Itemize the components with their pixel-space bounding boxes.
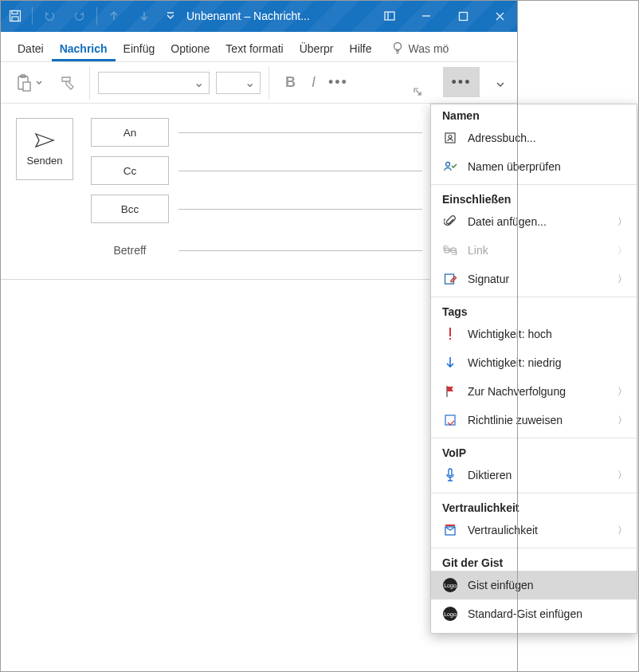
menu-importance-high[interactable]: Wichtigkeit: hoch [431, 320, 637, 348]
microphone-icon [442, 468, 458, 482]
ribbon-overflow-button[interactable]: ••• [443, 67, 480, 97]
dialog-launcher-icon[interactable] [413, 85, 422, 100]
svg-rect-15 [449, 328, 451, 336]
menu-label: Adressbuch... [468, 132, 536, 144]
paperclip-icon [442, 214, 458, 229]
svg-rect-4 [459, 12, 467, 20]
menu-label: Vertraulichkeit [468, 524, 538, 536]
bold-button[interactable]: B [277, 74, 304, 91]
chevron-right-icon: 〉 [617, 414, 627, 427]
cc-button[interactable]: Cc [91, 156, 169, 185]
subject-label: Betreff [91, 244, 169, 257]
check-names-icon [442, 160, 458, 173]
menu-label: Link [468, 244, 488, 257]
menu-signature[interactable]: Signatur 〉 [431, 265, 637, 293]
cc-field[interactable] [178, 171, 422, 171]
chevron-right-icon: 〉 [617, 524, 627, 537]
sensitivity-icon [442, 524, 458, 536]
addressbook-icon [442, 132, 458, 144]
chevron-right-icon: 〉 [617, 469, 627, 482]
logo-icon: Logo [442, 578, 458, 592]
menu-follow-up[interactable]: Zur Nachverfolgung 〉 [431, 377, 637, 406]
qat-customize-icon[interactable] [163, 0, 178, 32]
signature-icon [442, 273, 458, 285]
importance-low-icon [442, 356, 458, 370]
tab-hilfe[interactable]: Hilfe [342, 36, 380, 61]
window-title: Unbenannt – Nachricht... [186, 10, 310, 22]
lightbulb-icon[interactable] [391, 41, 404, 61]
menu-label: Gist einfügen [468, 579, 534, 591]
more-formatting-button[interactable]: ••• [323, 74, 353, 91]
section-tags: Tags [431, 301, 637, 320]
menu-assign-policy[interactable]: Richtlinie zuweisen 〉 [431, 406, 637, 434]
menu-label: Signatur [468, 273, 509, 285]
ribbon-tabs: Datei Nachrich Einfüg Optione Text forma… [0, 32, 518, 62]
section-git-gist: Git der Gist [431, 552, 637, 571]
to-button[interactable]: An [91, 118, 169, 147]
section-namen: Namen [431, 104, 637, 124]
svg-rect-1 [12, 11, 18, 14]
paste-button[interactable] [11, 69, 48, 97]
svg-rect-2 [12, 17, 18, 22]
next-item-icon[interactable] [129, 0, 159, 32]
save-icon[interactable] [0, 0, 30, 32]
menu-label: Zur Nachverfolgung [468, 385, 566, 398]
font-size-combo[interactable]: ⌄ [216, 72, 261, 94]
prev-item-icon[interactable] [99, 0, 129, 32]
italic-button[interactable]: I [304, 74, 323, 91]
menu-check-names[interactable]: Namen überprüfen [431, 152, 637, 181]
menu-label: Standard-Gist einfügen [468, 607, 582, 620]
tab-textformat[interactable]: Text formati [218, 36, 291, 61]
menu-insert-default-gist[interactable]: Logo Standard-Gist einfügen [431, 599, 637, 628]
policy-icon [442, 414, 458, 426]
menu-importance-low[interactable]: Wichtigkeit: niedrig [431, 348, 637, 377]
tell-me-hint[interactable]: Was mö [404, 42, 454, 61]
subject-field[interactable] [178, 250, 422, 251]
send-button[interactable]: Senden [16, 118, 73, 180]
redo-icon[interactable] [65, 0, 95, 32]
flag-icon [442, 385, 458, 398]
chevron-right-icon: 〉 [617, 273, 627, 286]
tab-einfuegen[interactable]: Einfüg [116, 36, 163, 61]
menu-label: Diktieren [468, 469, 512, 481]
menu-addressbook[interactable]: Adressbuch... [431, 124, 637, 152]
chevron-right-icon: 〉 [617, 385, 627, 399]
undo-icon[interactable] [34, 0, 65, 32]
svg-point-11 [446, 163, 450, 167]
importance-high-icon [442, 327, 458, 341]
bcc-field[interactable] [178, 209, 422, 210]
menu-insert-gist[interactable]: Logo Gist einfügen [431, 571, 637, 599]
svg-rect-3 [385, 12, 394, 20]
chevron-right-icon: 〉 [617, 215, 627, 229]
tab-nachricht[interactable]: Nachrich [52, 36, 116, 61]
link-icon [442, 246, 458, 255]
to-field[interactable] [178, 132, 422, 133]
svg-rect-17 [445, 415, 455, 425]
maximize-icon[interactable] [445, 0, 481, 32]
menu-label: Richtlinie zuweisen [468, 414, 563, 426]
font-name-combo[interactable]: ⌄ [98, 72, 210, 94]
menu-dictate[interactable]: Diktieren 〉 [431, 461, 637, 489]
svg-point-10 [449, 136, 452, 139]
bcc-button[interactable]: Bcc [91, 195, 169, 223]
close-icon[interactable] [481, 0, 518, 32]
svg-rect-16 [449, 338, 451, 340]
svg-point-5 [394, 43, 401, 50]
minimize-icon[interactable] [408, 0, 445, 32]
overflow-menu: Namen Adressbuch... Namen überprüfen Ein… [430, 104, 637, 634]
menu-label: Wichtigkeit: hoch [468, 328, 552, 340]
section-einschliessen: Einschließen [431, 188, 637, 207]
ribbon-expand-icon[interactable] [496, 78, 505, 92]
format-painter-button[interactable] [54, 69, 81, 97]
menu-attach-file[interactable]: Datei anfügen... 〉 [431, 207, 637, 236]
tab-optionen[interactable]: Optione [163, 36, 218, 61]
window-mode-icon[interactable] [371, 0, 408, 32]
menu-sensitivity[interactable]: Vertraulichkeit 〉 [431, 516, 637, 544]
logo-icon: Logo [442, 607, 458, 621]
ribbon-toolbar: ⌄ ⌄ B I ••• ••• [0, 62, 518, 104]
menu-label: Wichtigkeit: niedrig [468, 356, 562, 369]
tab-ueberpruefen[interactable]: Überpr [292, 36, 342, 61]
tab-datei[interactable]: Datei [10, 36, 52, 61]
menu-label: Namen überprüfen [468, 160, 561, 173]
section-vertraulichkeit: Vertraulichkeit [431, 497, 637, 516]
